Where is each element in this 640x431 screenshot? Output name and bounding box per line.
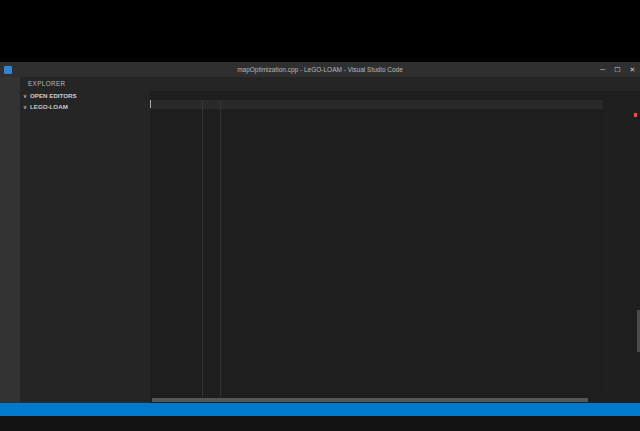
maximize-button[interactable]: ☐ xyxy=(610,62,625,77)
main-row: EXPLORER ∨OPEN EDITORS ∨LEGO-LOAM xyxy=(0,77,640,403)
close-button[interactable]: ✕ xyxy=(625,62,640,77)
project-header[interactable]: ∨LEGO-LOAM xyxy=(20,101,150,112)
chevron-down-icon: ∨ xyxy=(23,102,30,113)
minimize-button[interactable]: ─ xyxy=(595,62,610,77)
breadcrumb xyxy=(150,91,640,100)
vscode-window: mapOptimization.cpp - LeGO-LOAM - Visual… xyxy=(0,62,640,416)
open-editors-header[interactable]: ∨OPEN EDITORS xyxy=(20,90,150,101)
horizontal-scrollbar-thumb[interactable] xyxy=(152,398,588,402)
sidebar-title: EXPLORER xyxy=(20,77,150,90)
minimap[interactable] xyxy=(604,100,637,397)
code-lines xyxy=(184,100,603,397)
window-controls: ─ ☐ ✕ xyxy=(595,62,640,77)
vscode-logo-icon xyxy=(4,66,12,74)
tab-bar xyxy=(150,77,640,91)
text-cursor xyxy=(150,100,151,108)
letterbox-top xyxy=(0,0,640,62)
window-title: mapOptimization.cpp - LeGO-LOAM - Visual… xyxy=(200,62,440,77)
code-editor[interactable] xyxy=(150,100,640,397)
title-bar: mapOptimization.cpp - LeGO-LOAM - Visual… xyxy=(0,62,640,77)
minimap-error-marker xyxy=(634,113,637,117)
activity-bar xyxy=(0,77,20,403)
windows-taskbar xyxy=(0,416,640,431)
editor-group xyxy=(150,77,640,403)
status-bar xyxy=(0,403,640,416)
screen: mapOptimization.cpp - LeGO-LOAM - Visual… xyxy=(0,0,640,431)
explorer-sidebar: EXPLORER ∨OPEN EDITORS ∨LEGO-LOAM xyxy=(20,77,150,403)
